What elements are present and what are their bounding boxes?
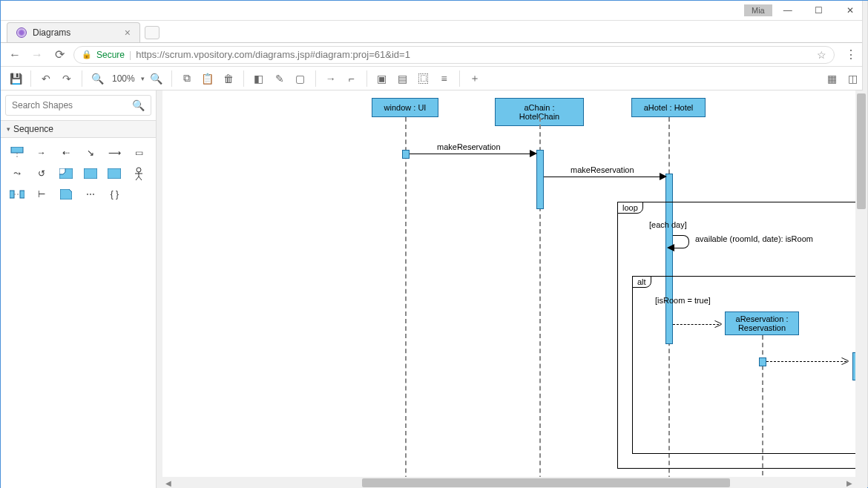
app-toolbar: 💾 ↶ ↷ 🔍 100% ▾ 🔍 ⧉ 📋 🗑 ◧ ✎ ▢ → ⌐ ▣ ▤ ⿴ ≡…: [1, 67, 867, 90]
svg-rect-0: [11, 147, 23, 153]
duration-shape[interactable]: ⊢: [33, 187, 50, 202]
alt-guard: [isRoom = true]: [655, 296, 711, 305]
paste-button[interactable]: 📋: [199, 70, 217, 88]
app-window: Mia — ☐ ✕ Diagrams × ← → ⟳ 🔒 Secure | ht…: [0, 0, 868, 488]
bookmark-star-icon[interactable]: ☆: [817, 49, 826, 61]
tab-close-icon[interactable]: ×: [125, 27, 131, 39]
return-message-shape[interactable]: ⇠: [57, 145, 75, 160]
send-back-button[interactable]: ▤: [394, 70, 412, 88]
message-1-line[interactable]: [410, 154, 536, 154]
forward-button[interactable]: →: [29, 47, 45, 63]
search-icon: 🔍: [132, 99, 145, 111]
user-badge: Mia: [744, 4, 772, 16]
browser-tab[interactable]: Diagrams ×: [7, 22, 140, 42]
anchor-shape[interactable]: ⋯: [82, 187, 99, 202]
lifeline-reservation[interactable]: aReservation : Reservastion: [725, 311, 799, 335]
undo-button[interactable]: ↶: [37, 70, 55, 88]
self-message-label: available (roomId, date): isRoom: [695, 234, 813, 243]
create-notice-arrow-icon: [841, 357, 849, 365]
zoom-out-button[interactable]: 🔍: [88, 70, 106, 88]
create-reservation-line[interactable]: [673, 324, 719, 325]
loop-guard: [each day]: [649, 220, 687, 229]
browser-menu-button[interactable]: ⋮: [841, 47, 861, 62]
secure-label: Secure: [96, 50, 125, 60]
self-message-shape[interactable]: ↺: [33, 166, 50, 181]
lifeline-ui[interactable]: window : UI: [372, 98, 438, 117]
browser-tabbar: Diagrams ×: [1, 21, 867, 43]
new-tab-button[interactable]: [145, 26, 160, 39]
note-shape[interactable]: [57, 187, 75, 202]
zoom-in-button[interactable]: 🔍: [148, 70, 165, 88]
window-titlebar: Mia — ☐ ✕: [1, 1, 867, 21]
fill-button[interactable]: ◧: [250, 70, 268, 88]
svg-point-5: [137, 168, 141, 172]
lifeline-shape[interactable]: [8, 145, 26, 160]
sequence-diagram: window : UI aChain : HotelChain aHotel :…: [200, 90, 855, 477]
panels-toggle-button[interactable]: ◫: [844, 70, 861, 88]
svg-rect-10: [10, 191, 14, 198]
scroll-right-icon[interactable]: ▶: [844, 479, 855, 487]
create-message-shape[interactable]: ⤳: [8, 166, 26, 181]
lifeline-hotel[interactable]: aHotel : Hotel: [631, 98, 706, 117]
actor-shape[interactable]: [130, 166, 148, 181]
add-button[interactable]: ＋: [466, 70, 484, 88]
minimize-button[interactable]: —: [772, 1, 803, 20]
message-2-label: makeReservation: [571, 165, 634, 174]
svg-rect-3: [84, 168, 97, 179]
constraint-shape[interactable]: { }: [105, 187, 123, 202]
redo-button[interactable]: ↷: [58, 70, 76, 88]
svg-line-9: [139, 177, 142, 180]
scroll-left-icon[interactable]: ◀: [162, 479, 174, 487]
url-text: https://scrum.vpository.com/diagrams.jsp…: [136, 49, 812, 60]
diagram-canvas[interactable]: window : UI aChain : HotelChain aHotel :…: [162, 90, 855, 477]
message-shape[interactable]: →: [33, 145, 50, 160]
line-style-button[interactable]: ⌐: [343, 70, 361, 88]
svg-rect-4: [108, 168, 121, 179]
hscroll-thumb[interactable]: [362, 478, 730, 487]
activation-ui[interactable]: [402, 150, 410, 159]
combined-fragment-shape[interactable]: [57, 166, 75, 181]
found-message-shape[interactable]: ↘: [82, 145, 99, 160]
group-button[interactable]: ⿴: [415, 70, 433, 88]
interaction-use-shape[interactable]: [82, 166, 99, 181]
reload-button[interactable]: ⟳: [51, 47, 68, 63]
url-box[interactable]: 🔒 Secure | https://scrum.vpository.com/d…: [73, 46, 835, 64]
bring-front-button[interactable]: ▣: [373, 70, 391, 88]
save-button[interactable]: 💾: [7, 70, 24, 88]
lifeline-reservation-line: [762, 335, 763, 477]
stroke-button[interactable]: ✎: [271, 70, 289, 88]
alt-fragment-label: alt: [632, 276, 651, 288]
continuation-shape[interactable]: [105, 166, 123, 181]
loop-fragment-label: loop: [617, 202, 643, 214]
align-button[interactable]: ≡: [435, 70, 453, 88]
maximize-button[interactable]: ☐: [803, 1, 835, 20]
message-2-line[interactable]: [544, 177, 665, 177]
tab-title: Diagrams: [33, 27, 70, 38]
vscroll-thumb[interactable]: [857, 93, 866, 209]
message-2-arrow-icon: [660, 173, 667, 180]
activation-chain[interactable]: [536, 150, 544, 209]
zoom-level[interactable]: 100%: [109, 73, 138, 84]
connector-style-button[interactable]: →: [322, 70, 340, 88]
horizontal-scrollbar[interactable]: ◀ ▶: [162, 477, 855, 488]
copy-button[interactable]: ⧉: [178, 70, 196, 88]
close-window-button[interactable]: ✕: [835, 1, 866, 20]
shadow-button[interactable]: ▢: [292, 70, 309, 88]
delete-button[interactable]: 🗑: [220, 70, 237, 88]
content-area: 🔍 Sequence → ⇠ ↘ ⟶ ▭ ⤳ ↺ ⊢ ⋯: [1, 90, 867, 488]
layout-toggle-button[interactable]: ▦: [823, 70, 841, 88]
vertical-scrollbar[interactable]: [855, 90, 867, 477]
create-notice-line[interactable]: [766, 361, 846, 362]
favicon-icon: [16, 27, 27, 38]
shape-search[interactable]: 🔍: [5, 95, 151, 116]
shape-palette: → ⇠ ↘ ⟶ ▭ ⤳ ↺ ⊢ ⋯ { }: [1, 138, 156, 209]
self-message-arrow-icon: [667, 244, 674, 251]
concurrent-shape[interactable]: [8, 187, 26, 202]
palette-header[interactable]: Sequence: [1, 120, 156, 138]
shape-search-input[interactable]: [12, 100, 132, 111]
back-button[interactable]: ←: [7, 47, 23, 63]
frame-shape[interactable]: ▭: [130, 145, 148, 160]
gate-shape[interactable]: ⟶: [105, 145, 123, 160]
self-message-loop[interactable]: [673, 235, 689, 248]
activation-reservation[interactable]: [759, 357, 766, 366]
